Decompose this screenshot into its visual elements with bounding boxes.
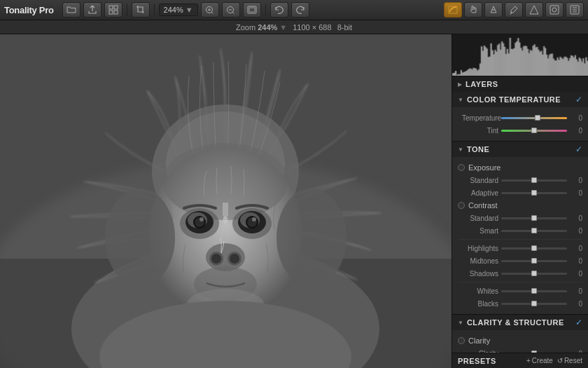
midtones-label: Midtones bbox=[462, 257, 498, 265]
toolbar-right bbox=[444, 2, 584, 18]
photo-container bbox=[0, 34, 451, 368]
clarity-arrow-icon: ▼ bbox=[458, 320, 463, 326]
tone-title: Tone bbox=[467, 145, 489, 154]
panel-scroll[interactable]: ▶ LAYERS ▼ Color Temperature ✓ Temperatu… bbox=[452, 76, 588, 353]
temperature-track[interactable] bbox=[501, 117, 567, 119]
svg-rect-1 bbox=[114, 6, 118, 9]
zoom-info: Zoom 244% ▼ bbox=[236, 23, 287, 32]
blacks-row[interactable]: Blacks 0 bbox=[452, 297, 588, 310]
standard-exposure-track[interactable] bbox=[501, 179, 567, 182]
shadows-row[interactable]: Shadows 0 bbox=[452, 267, 588, 280]
standard-exposure-row[interactable]: Standard 0 bbox=[452, 174, 588, 186]
standard-label: Standard bbox=[462, 177, 498, 184]
whites-row[interactable]: Whites 0 bbox=[452, 285, 588, 297]
svg-point-43 bbox=[223, 217, 228, 224]
zoom-value: 244% bbox=[164, 6, 183, 14]
app-title: Tonality Pro bbox=[4, 5, 54, 15]
blacks-value: 0 bbox=[570, 300, 582, 308]
tint-slider-row[interactable]: Tint 0 bbox=[452, 124, 588, 137]
right-panel: ▶ LAYERS ▼ Color Temperature ✓ Temperatu… bbox=[451, 34, 588, 368]
midtones-track[interactable] bbox=[501, 260, 567, 262]
standard-contrast-value: 0 bbox=[570, 214, 582, 222]
clarity-section: ▼ Clarity & Structure ✓ Clarity Clarity bbox=[452, 315, 588, 353]
svg-marker-9 bbox=[530, 6, 538, 14]
canvas-area[interactable] bbox=[0, 34, 451, 368]
smart-contrast-row[interactable]: Smart 0 bbox=[452, 224, 588, 237]
color-temperature-title: Color Temperature bbox=[467, 95, 561, 104]
exposure-label: Exposure bbox=[468, 163, 500, 172]
undo-button[interactable] bbox=[270, 2, 288, 18]
presets-label: PRESETS bbox=[458, 357, 496, 365]
histogram bbox=[452, 34, 588, 76]
standard-contrast-row[interactable]: Standard 0 bbox=[452, 212, 588, 224]
svg-point-36 bbox=[211, 254, 221, 264]
brush-tool-button[interactable] bbox=[505, 2, 523, 18]
highlights-row[interactable]: Highlights 0 bbox=[452, 242, 588, 254]
redo-button[interactable] bbox=[291, 2, 309, 18]
clarity-sub-label: Clarity bbox=[468, 336, 490, 345]
clarity-check: ✓ bbox=[575, 318, 582, 327]
contrast-subsection-header[interactable]: Contrast bbox=[452, 199, 588, 212]
svg-point-41 bbox=[276, 189, 346, 287]
mask-tool-button[interactable] bbox=[545, 2, 564, 18]
exposure-radio-icon[interactable] bbox=[458, 164, 465, 171]
color-temperature-check: ✓ bbox=[575, 95, 582, 104]
shape-tool-button[interactable] bbox=[525, 2, 543, 18]
temperature-value: 0 bbox=[570, 114, 582, 122]
zoom-display[interactable]: 244% ▼ bbox=[159, 4, 198, 16]
shadows-label: Shadows bbox=[462, 270, 498, 278]
contrast-radio-icon[interactable] bbox=[458, 202, 465, 209]
svg-point-40 bbox=[105, 189, 175, 287]
pen-tool-button[interactable] bbox=[484, 2, 503, 18]
tint-track[interactable] bbox=[501, 130, 567, 132]
highlights-track[interactable] bbox=[501, 247, 567, 250]
clarity-header[interactable]: ▼ Clarity & Structure ✓ bbox=[452, 315, 588, 330]
info-bar: Zoom 244% ▼ 1100 × 688 8-bit bbox=[0, 20, 588, 34]
open-folder-button[interactable] bbox=[62, 2, 80, 18]
shadows-track[interactable] bbox=[501, 273, 567, 275]
fit-screen-button[interactable] bbox=[243, 2, 261, 18]
std-contrast-label: Standard bbox=[462, 214, 498, 222]
svg-rect-0 bbox=[109, 6, 113, 9]
clarity-slider-row[interactable]: Clarity 0 bbox=[452, 347, 588, 353]
main-area: ▶ LAYERS ▼ Color Temperature ✓ Temperatu… bbox=[0, 34, 588, 368]
clarity-title: Clarity & Structure bbox=[467, 318, 564, 327]
contrast-label: Contrast bbox=[468, 201, 498, 210]
standard-exposure-value: 0 bbox=[570, 177, 582, 184]
svg-rect-2 bbox=[109, 11, 113, 14]
crop-button[interactable] bbox=[132, 2, 150, 18]
color-temperature-header[interactable]: ▼ Color Temperature ✓ bbox=[452, 92, 588, 107]
temperature-slider-row[interactable]: Temperature 0 bbox=[452, 111, 588, 124]
adaptive-exposure-track[interactable] bbox=[501, 192, 567, 194]
smart-contrast-track[interactable] bbox=[501, 230, 567, 232]
tone-header[interactable]: ▼ Tone ✓ bbox=[452, 142, 588, 157]
hand-tool-button[interactable] bbox=[464, 2, 482, 18]
clarity-track[interactable] bbox=[501, 353, 567, 353]
layers-section-header[interactable]: ▶ LAYERS bbox=[452, 76, 588, 92]
share-button[interactable] bbox=[83, 2, 102, 18]
svg-point-32 bbox=[252, 217, 256, 222]
zoom-out-button[interactable] bbox=[222, 2, 240, 18]
color-temperature-section: ▼ Color Temperature ✓ Temperature 0 bbox=[452, 92, 588, 142]
blacks-track[interactable] bbox=[501, 303, 567, 305]
midtones-row[interactable]: Midtones 0 bbox=[452, 254, 588, 267]
color-temp-arrow-icon: ▼ bbox=[458, 97, 463, 103]
bottom-buttons: + Create ↺ Reset bbox=[526, 357, 582, 364]
whites-track[interactable] bbox=[501, 290, 567, 292]
create-button[interactable]: + Create bbox=[526, 357, 553, 364]
zoom-in-button[interactable] bbox=[201, 2, 219, 18]
clarity-radio-icon[interactable] bbox=[458, 337, 465, 344]
svg-point-37 bbox=[230, 254, 239, 264]
standard-contrast-track[interactable] bbox=[501, 217, 567, 219]
tone-curve-button[interactable] bbox=[444, 2, 462, 18]
whites-label: Whites bbox=[462, 287, 498, 295]
reset-button[interactable]: ↺ Reset bbox=[557, 357, 582, 364]
toolbar-separator-1 bbox=[127, 4, 127, 16]
adaptive-exposure-row[interactable]: Adaptive 0 bbox=[452, 186, 588, 199]
grid-button[interactable] bbox=[104, 2, 122, 18]
settings-button[interactable] bbox=[566, 2, 584, 18]
exposure-subsection-header[interactable]: Exposure bbox=[452, 161, 588, 174]
tone-section: ▼ Tone ✓ Exposure Standard bbox=[452, 142, 588, 315]
clarity-subsection-header[interactable]: Clarity bbox=[452, 334, 588, 347]
svg-point-31 bbox=[200, 217, 204, 222]
